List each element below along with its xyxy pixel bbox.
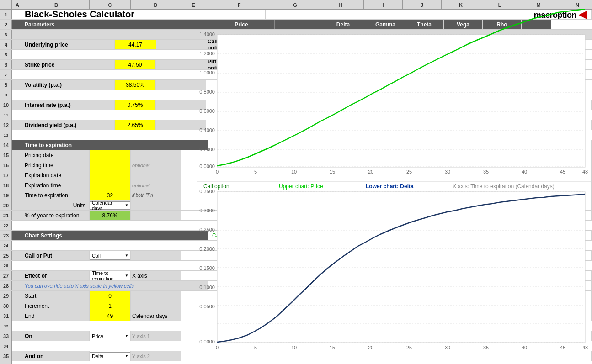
col-header-rownum [0,0,12,9]
time-to-exp-value[interactable]: 32 [90,190,131,200]
put-delta: -0.7225 [343,60,389,69]
col-header-K: K [442,0,480,9]
col-header-C: C [90,0,131,9]
rownum-20: 20 [0,200,12,210]
parameters-label: Parameters [23,20,183,29]
and-on-dropdown[interactable]: Delta [90,352,130,360]
rownum-11: 11 [0,110,12,120]
pricing-date-value[interactable] [90,150,131,160]
rownum-19: 19 [0,190,12,200]
row-1: 1 Black-Scholes Calculator macroption ◀ [0,10,592,20]
vega-header: Vega [444,20,483,29]
gamma-header: Gamma [366,20,405,29]
end-value[interactable]: 49 [90,311,131,321]
on-label: On [23,331,90,341]
cell-6-D [156,60,206,69]
row-19: 19 Time to expiration 32 if both "Pri [0,190,592,200]
cell-6-O [544,60,574,69]
effect-of-dropdown-cell[interactable]: Time to expiration [90,271,131,280]
col-header-J: J [403,0,442,9]
units-label: Units [23,200,90,210]
expiration-time-label: Expiration time [23,180,90,190]
row-20: 20 Units Calendar days [0,200,592,211]
rownum-32: 32 [0,321,12,331]
logo-cell: macroption ◀ [266,10,592,19]
effect-of-dropdown[interactable]: Time to expiration [90,272,130,280]
call-put-dropdown[interactable]: Call [90,252,130,260]
row-34: 34 [0,341,592,351]
start-label: Start [23,291,90,301]
row-27: 27 Effect of Time to expiration X axis [0,271,592,281]
cell-2-E [183,20,208,29]
price-header: Price [208,20,275,29]
rownum-22: 22 [0,221,12,230]
rownum-35: 35 [0,351,12,361]
increment-label: Increment [23,301,90,311]
pricing-time-optional: optional [131,160,181,170]
upper-chart-top-placeholder [206,80,592,90]
interest-rate-label: Interest rate (p.a.) [23,100,115,110]
logo-arrow-icon: ◀ [576,10,587,19]
rows-area: 1 Black-Scholes Calculator macroption ◀ … [0,10,592,364]
row-24: 24 [0,241,592,251]
row-5: 5 [0,50,592,60]
row-14: 14 Time to expiration [0,140,592,150]
rownum-17: 17 [0,170,12,180]
strike-price-value[interactable]: 47.50 [115,60,156,69]
col-header-A: A [12,0,23,9]
start-value[interactable]: 0 [90,291,131,301]
expiration-time-optional: optional [131,180,181,190]
rownum-25: 25 [0,251,12,260]
rho-header: Rho [483,20,522,29]
col-header-N: N [558,0,592,9]
underlying-price-value[interactable]: 44.17 [115,40,156,49]
and-on-dropdown-cell[interactable]: Delta [90,351,131,361]
row-16: 16 Pricing time optional [0,160,592,170]
units-dropdown[interactable]: Calendar days [90,201,130,210]
row-26: 26 [0,261,592,271]
call-put-label: Call or Put [23,251,90,260]
increment-value[interactable]: 1 [90,301,131,311]
rownum-23: 23 [0,231,12,240]
rownum-28: 28 [0,281,12,290]
rownum-2: 2 [0,20,12,29]
end-units: Calendar days [131,311,181,321]
effect-of-label: Effect of [23,271,90,280]
xaxis-label-cell: X axis [131,271,181,280]
rownum-8: 8 [0,80,12,90]
put-theta: -0.0278 [428,60,467,69]
rownum-26: 26 [0,261,12,270]
macroption-logo: macroption ◀ [534,10,587,19]
rownum-7: 7 [0,70,12,79]
expiration-date-value[interactable] [90,170,131,180]
row-4: 4 Underlying price 44.17 Call option 0.8… [0,40,592,50]
row-11: 11 [0,110,592,120]
theta-header: Theta [405,20,444,29]
end-label: End [23,311,90,321]
rownum-34: 34 [0,341,12,351]
col-header-D: D [131,0,181,9]
call-put-dropdown-cell[interactable]: Call [90,251,131,260]
interest-rate-value[interactable]: 0.75% [115,100,156,110]
row-2: 2 Parameters Price Delta Gamma Theta Veg… [0,20,592,30]
pct-year-value: 8.76% [90,211,131,220]
underlying-price-label: Underlying price [23,40,115,49]
expiration-time-value[interactable] [90,180,131,190]
on-dropdown-cell[interactable]: Price [90,331,131,341]
rownum-16: 16 [0,160,12,170]
pricing-time-label: Pricing time [23,160,90,170]
row-3: 3 [0,30,592,40]
rownum-31: 31 [0,311,12,321]
units-dropdown-cell[interactable]: Calendar days [90,200,131,210]
chart-xaxis-desc: X axis: Time to expiration (Calendar day… [399,232,501,239]
chart-call-option-label: Call option [212,232,238,239]
on-dropdown[interactable]: Price [90,332,130,340]
delta-header: Delta [320,20,366,29]
cell-1-A [12,10,23,19]
volatility-value[interactable]: 38.50% [115,80,156,90]
row-21: 21 % of year to expiration 8.76% [0,211,592,221]
pricing-time-value[interactable] [90,160,131,170]
dividend-yield-label: Dividend yield (p.a.) [23,120,115,130]
rownum-29: 29 [0,291,12,301]
dividend-yield-value[interactable]: 2.65% [115,120,156,130]
